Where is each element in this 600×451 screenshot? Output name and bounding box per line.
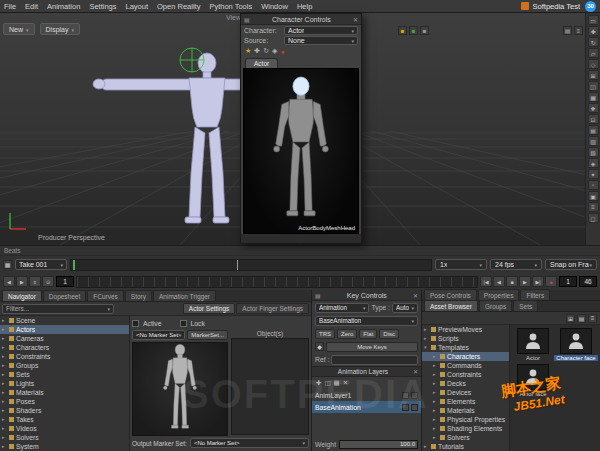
expand-arrow-icon[interactable] xyxy=(433,408,438,413)
expand-arrow-icon[interactable] xyxy=(2,354,7,359)
ghost-icon[interactable]: ▫ xyxy=(588,180,599,190)
settings-subtab[interactable]: Actor Settings xyxy=(183,303,235,314)
resources-tab[interactable]: Asset Browser xyxy=(424,300,478,311)
character-dropdown[interactable]: Actor xyxy=(284,26,358,35)
asset-folder-item[interactable]: Elements xyxy=(422,397,509,406)
frame-ruler[interactable] xyxy=(76,276,478,288)
current-layer-dropdown[interactable]: BaseAnimation xyxy=(315,316,418,326)
expand-arrow-icon[interactable] xyxy=(2,345,7,350)
expand-arrow-icon[interactable] xyxy=(433,399,438,404)
large-icons-view-icon[interactable]: ⊞ xyxy=(566,314,575,323)
panel-dock-icon[interactable]: ▤ xyxy=(315,292,321,299)
filters-dropdown[interactable]: Filters... xyxy=(2,304,114,314)
add-layer-icon[interactable]: ✚ xyxy=(316,379,321,387)
scene-tree-item[interactable]: Actors xyxy=(0,325,129,334)
expand-arrow-icon[interactable] xyxy=(433,354,438,359)
navigator-tab[interactable]: Story xyxy=(125,290,152,301)
favorite-icon[interactable]: ★ xyxy=(245,47,251,55)
layout-b-icon[interactable]: ▥ xyxy=(588,136,599,146)
asset-folder-item[interactable]: Shading Elements xyxy=(422,424,509,433)
end-frame-field[interactable]: 46 xyxy=(579,276,597,287)
duplicate-layer-icon[interactable]: ◫ xyxy=(324,379,330,387)
expand-arrow-icon[interactable] xyxy=(433,363,438,368)
expand-arrow-icon[interactable] xyxy=(2,390,7,395)
expand-arrow-icon[interactable] xyxy=(2,417,7,422)
expand-arrow-icon[interactable] xyxy=(433,417,438,422)
notification-badge[interactable]: 30 xyxy=(585,1,596,12)
asset-folder-item[interactable]: Scripts xyxy=(422,334,509,343)
expand-arrow-icon[interactable] xyxy=(2,435,7,440)
menu-item[interactable]: File xyxy=(4,2,16,11)
display-button[interactable]: Display xyxy=(40,23,80,35)
navigator-tab[interactable]: Dopesheet xyxy=(43,290,86,301)
navigator-tab[interactable]: Navigator xyxy=(2,290,42,301)
scene-tree-item[interactable]: Constraints xyxy=(0,352,129,361)
record-button[interactable]: ● xyxy=(545,276,557,287)
select-tool-icon[interactable]: ▭ xyxy=(588,15,599,25)
scene-tree-item[interactable]: Sets xyxy=(0,370,129,379)
navigator-tab[interactable]: Animation Trigger xyxy=(153,290,216,301)
expand-arrow-icon[interactable] xyxy=(433,381,438,386)
layer-row[interactable]: BaseAnimation xyxy=(312,401,421,413)
keying-group-dropdown[interactable]: Animation xyxy=(315,303,369,313)
camera-switch-gray-icon[interactable]: ■ xyxy=(420,26,429,35)
resources-tab[interactable]: Properties xyxy=(478,289,520,300)
section-close-icon[interactable]: ✕ xyxy=(413,368,418,375)
menu-item[interactable]: Python Tools xyxy=(209,2,252,11)
safe-frame-icon[interactable]: ▣ xyxy=(588,191,599,201)
character-representation-view[interactable]: ActorBodyMeshHead xyxy=(243,68,359,234)
rotate-tool-icon[interactable]: ↻ xyxy=(588,37,599,47)
camera-switch-yellow-icon[interactable]: ■ xyxy=(398,26,407,35)
menu-item[interactable]: Open Reality xyxy=(157,2,200,11)
key-icon[interactable]: ◆ xyxy=(315,342,324,351)
stance-pose-icon[interactable]: ✚ xyxy=(254,47,260,55)
marker-set-button[interactable]: MarkerSet... xyxy=(187,330,228,340)
expand-arrow-icon[interactable] xyxy=(2,318,7,323)
take-menu-icon[interactable]: ▦ xyxy=(3,260,12,269)
gizmo-icon[interactable]: ❖ xyxy=(588,103,599,113)
new-button[interactable]: New xyxy=(3,23,35,35)
asset-item[interactable]: Actor xyxy=(513,328,553,361)
resources-tab[interactable]: Filters xyxy=(520,289,550,300)
asset-folder-item[interactable]: Commands xyxy=(422,361,509,370)
frame-selection-icon[interactable]: ⊡ xyxy=(588,114,599,124)
panel-options-icon[interactable]: ≡ xyxy=(574,26,583,35)
asset-folder-item[interactable]: Tutorials xyxy=(422,442,509,451)
expand-arrow-icon[interactable] xyxy=(433,435,438,440)
timeline-lane[interactable] xyxy=(70,259,432,271)
stop-button[interactable]: ■ xyxy=(506,276,518,287)
expand-arrow-icon[interactable] xyxy=(433,426,438,431)
trs-button[interactable]: TRS xyxy=(315,329,335,339)
plot-icon[interactable]: ↻ xyxy=(263,47,269,55)
menu-item[interactable]: Settings xyxy=(89,2,116,11)
expand-arrow-icon[interactable] xyxy=(2,381,7,386)
asset-folder-item[interactable]: Materials xyxy=(422,406,509,415)
asset-folder-item[interactable]: Characters xyxy=(422,352,509,361)
objects-list[interactable] xyxy=(231,338,309,435)
layer-mute-toggle[interactable] xyxy=(402,392,409,399)
source-dropdown[interactable]: None xyxy=(284,36,358,45)
mirror-icon[interactable]: ◈ xyxy=(272,47,277,55)
shading-mode-icon[interactable]: ▦ xyxy=(588,92,599,102)
camera-switch-green-icon[interactable]: ■ xyxy=(409,26,418,35)
expand-arrow-icon[interactable] xyxy=(2,372,7,377)
key-type-dropdown[interactable]: Auto xyxy=(392,303,418,313)
menu-tool-icon[interactable]: ≡ xyxy=(588,202,599,212)
layout-c-icon[interactable]: ▧ xyxy=(588,147,599,157)
layout-a-icon[interactable]: ▤ xyxy=(588,125,599,135)
expand-arrow-icon[interactable] xyxy=(424,345,429,350)
asset-folder-item[interactable]: Constraints xyxy=(422,370,509,379)
expand-arrow-icon[interactable] xyxy=(424,336,429,341)
scene-tree-item[interactable]: Cameras xyxy=(0,334,129,343)
key-controls-titlebar[interactable]: ▤ Key Controls ✕ xyxy=(312,290,421,301)
tab-actor[interactable]: Actor xyxy=(245,58,278,68)
resources-tab[interactable]: Groups xyxy=(479,300,512,311)
weight-slider[interactable]: 100.0 xyxy=(339,440,418,449)
time-cursor[interactable] xyxy=(237,260,238,270)
resources-tab[interactable]: Sets xyxy=(513,300,538,311)
menu-item[interactable]: Edit xyxy=(25,2,38,11)
scene-tree-item[interactable]: Takes xyxy=(0,415,129,424)
panel-dock-icon[interactable]: ▤ xyxy=(244,16,250,23)
menu-item[interactable]: Animation xyxy=(47,2,80,11)
panel-close-icon[interactable]: ✕ xyxy=(353,16,358,23)
